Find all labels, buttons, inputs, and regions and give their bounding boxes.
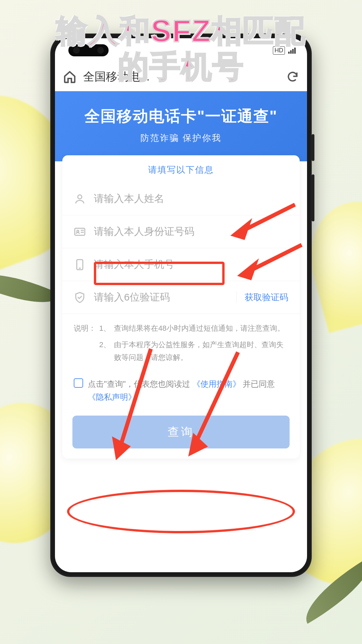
svg-point-2	[77, 230, 79, 232]
phone-placeholder: 请输入本人手机号	[94, 258, 288, 271]
note-text: 由于本程序为公益性服务，如产生查询超时、查询失败等问题，请您谅解。	[114, 338, 288, 364]
overlay-caption: 输入和SFZ相匹配 的手机号	[0, 13, 362, 85]
phone-screen: HD 全国移动电... 全国移动电话卡"一证通查" 防范诈骗 保护你我 请填写以…	[55, 38, 307, 572]
note-index: 1、	[99, 322, 111, 334]
id-field[interactable]: 请输入本人身份证号码	[62, 215, 300, 248]
phone-side-button	[312, 174, 314, 221]
privacy-link[interactable]: 《隐私声明》	[88, 392, 136, 401]
submit-button[interactable]: 查询	[72, 416, 290, 448]
code-field[interactable]: 请输入6位验证码 获取验证码	[62, 281, 300, 314]
form-title: 请填写以下信息	[62, 155, 300, 182]
guide-link[interactable]: 《使用指南》	[192, 379, 241, 388]
svg-point-0	[78, 195, 82, 199]
agree-row: 点击"查询"，代表您也阅读过 《使用指南》 并已同意 《隐私声明》	[62, 372, 300, 410]
banner-title: 全国移动电话卡"一证通查"	[62, 106, 300, 127]
phone-field[interactable]: 请输入本人手机号	[62, 248, 300, 281]
agree-mid: 并已同意	[243, 379, 275, 388]
agree-prefix: 点击"查询"，代表您也阅读过	[88, 379, 190, 388]
phone-frame: HD 全国移动电... 全国移动电话卡"一证通查" 防范诈骗 保护你我 请填写以…	[50, 34, 312, 577]
idcard-icon	[74, 226, 86, 238]
person-icon	[74, 193, 86, 205]
form-card: 请填写以下信息 请输入本人姓名 请输入本人身份证号码 请输入本人手机号	[62, 155, 300, 459]
code-placeholder: 请输入6位验证码	[94, 290, 228, 304]
id-placeholder: 请输入本人身份证号码	[94, 225, 288, 238]
phone-icon	[74, 259, 86, 271]
get-code-button[interactable]: 获取验证码	[236, 291, 288, 303]
phone-side-button	[312, 134, 314, 161]
name-placeholder: 请输入本人姓名	[94, 192, 288, 206]
note-text: 查询结果将在48小时内通过短信通知，请注意查询。	[114, 322, 284, 334]
note-index: 2、	[99, 338, 111, 364]
agree-checkbox[interactable]	[74, 378, 83, 388]
notes-label: 说明：	[74, 322, 96, 334]
shield-icon	[74, 291, 86, 304]
notes-block: 说明： 1、 查询结果将在48小时内通过短信通知，请注意查询。 说明： 2、 由…	[62, 314, 300, 372]
banner-subtitle: 防范诈骗 保护你我	[62, 132, 300, 144]
name-field[interactable]: 请输入本人姓名	[62, 182, 300, 215]
page-banner: 全国移动电话卡"一证通查" 防范诈骗 保护你我	[55, 91, 307, 161]
overlay-line1: 输入和SFZ相匹配	[0, 13, 362, 49]
overlay-line2: 的手机号	[0, 49, 362, 85]
agree-text: 点击"查询"，代表您也阅读过 《使用指南》 并已同意 《隐私声明》	[88, 378, 288, 404]
